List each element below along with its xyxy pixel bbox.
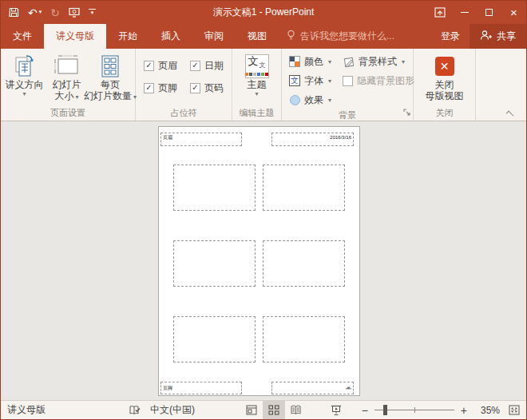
tab-review[interactable]: 审阅 (192, 24, 236, 49)
effects-button[interactable]: 效果 ▾ (288, 93, 339, 107)
effects-label: 效果 (304, 93, 323, 107)
slides-per-page-button[interactable]: 每页 幻灯片数量▾ (87, 49, 133, 106)
minimize-button[interactable] (452, 1, 477, 24)
background-styles-button[interactable]: 背景样式 ▾ (343, 55, 414, 69)
footer-checkbox-icon: ✓ (144, 83, 154, 93)
lightbulb-icon (287, 30, 295, 43)
start-slideshow-icon[interactable] (69, 7, 80, 18)
slide-image-placeholder-3[interactable] (173, 240, 256, 287)
hide-background-graphics-checkbox[interactable]: 隐藏背景图形 (343, 74, 414, 88)
footer-placeholder[interactable]: 页脚 (160, 382, 242, 394)
slide-sorter-view-button[interactable] (263, 401, 285, 419)
checkbox-date-label: 日期 (204, 59, 224, 73)
background-styles-label: 背景样式 (359, 55, 397, 69)
slide-image-placeholder-4[interactable] (263, 240, 345, 287)
tell-me-box[interactable]: 告诉我您想要做什么... (279, 24, 402, 49)
themes-button[interactable]: 文 文 主题 ▾ (235, 49, 279, 106)
window-title: 演示文稿1 - PowerPoint (213, 6, 315, 19)
maximize-icon (485, 9, 493, 16)
maximize-button[interactable] (477, 1, 501, 24)
slide-image-placeholder-5[interactable] (173, 316, 256, 363)
zoom-level[interactable]: 35% (477, 405, 504, 416)
tabrow-spacer (402, 24, 431, 49)
handout-orientation-caret-icon: ▾ (22, 90, 26, 97)
redo-icon: ↻ (50, 7, 60, 18)
ribbon-tab-row: 文件 讲义母版 开始 插入 审阅 视图 告诉我您想要做什么... 登录 共享 (1, 24, 526, 49)
collapse-ribbon-icon[interactable] (506, 111, 514, 119)
date-placeholder-text: 2016/3/16 (330, 135, 351, 140)
handout-orientation-button[interactable]: 讲义方向 ▾ (2, 49, 46, 106)
close-icon: × (510, 6, 517, 18)
page-number-placeholder[interactable]: ‹#› (271, 382, 354, 394)
undo-button[interactable]: ↶ ▾ (28, 7, 42, 18)
undo-caret-icon[interactable]: ▾ (39, 10, 42, 15)
undo-icon: ↶ (28, 7, 38, 18)
close-button[interactable]: × (501, 1, 526, 24)
close-master-view-label-2: 母版视图 (426, 90, 464, 101)
tab-view[interactable]: 视图 (236, 24, 279, 49)
spell-check-icon[interactable] (129, 405, 141, 416)
window-controls: × (427, 1, 526, 24)
hide-background-graphics-label: 隐藏背景图形 (357, 74, 414, 88)
zoom-slider-center-tick (414, 407, 415, 413)
zoom-slider[interactable] (374, 410, 454, 410)
checkbox-footer[interactable]: ✓ 页脚 (144, 81, 190, 95)
group-background: 颜色 ▾ 背景样式 ▾ 文 字体 ▾ (282, 49, 414, 121)
checkbox-date[interactable]: ✓ 日期 (190, 59, 236, 73)
zoom-out-button[interactable]: − (362, 404, 368, 417)
reading-view-button[interactable] (285, 401, 307, 419)
slides-per-page-label-2: 幻灯片数量▾ (84, 90, 137, 103)
save-icon[interactable] (9, 7, 19, 18)
colors-icon (288, 55, 301, 68)
date-placeholder[interactable]: 2016/3/16 (271, 133, 354, 146)
reading-view-icon (290, 405, 302, 415)
background-dialog-launcher-icon[interactable] (403, 108, 411, 119)
statusbar-view-name: 讲义母版 (7, 403, 46, 417)
minimize-icon (461, 12, 469, 13)
slides-per-page-icon (100, 53, 121, 79)
header-checkbox-icon: ✓ (144, 61, 154, 71)
checkbox-page-number[interactable]: ✓ 页码 (190, 81, 236, 95)
slide-size-button[interactable]: 幻灯片 大小▾ (46, 49, 87, 106)
themes-caret-icon: ▾ (255, 90, 258, 97)
checkbox-header[interactable]: ✓ 页眉 (144, 59, 190, 73)
zoom-slider-handle[interactable] (383, 405, 387, 415)
fonts-button[interactable]: 文 字体 ▾ (288, 74, 339, 88)
slide-image-placeholder-6[interactable] (263, 316, 345, 363)
sign-in-button[interactable]: 登录 (431, 24, 470, 49)
fonts-icon: 文 (288, 74, 301, 87)
tab-home[interactable]: 开始 (106, 24, 149, 49)
share-label: 共享 (497, 30, 516, 43)
slide-size-label-2: 大小▾ (54, 90, 78, 103)
hide-background-graphics-box-icon (343, 76, 353, 86)
zoom-in-button[interactable]: + (461, 404, 467, 417)
share-button[interactable]: 共享 (470, 24, 526, 49)
slide-image-placeholder-2[interactable] (263, 164, 345, 211)
close-master-view-button[interactable]: ✕ 关闭 母版视图 (417, 49, 473, 106)
colors-button[interactable]: 颜色 ▾ (288, 55, 339, 69)
group-placeholders: ✓ 页眉 ✓ 日期 ✓ 页脚 ✓ 页码 (136, 49, 232, 121)
tell-me-label: 告诉我您想要做什么... (300, 30, 394, 43)
handout-master-page[interactable]: 页眉 2016/3/16 页脚 ‹#› (158, 126, 360, 396)
colors-caret-icon: ▾ (328, 58, 331, 65)
slide-image-placeholder-1[interactable] (173, 164, 256, 211)
page-number-placeholder-text: ‹#› (346, 386, 351, 390)
checkbox-header-label: 页眉 (158, 59, 177, 73)
ribbon: 讲义方向 ▾ 幻灯片 大小▾ 每页 幻灯片数量▾ (1, 49, 526, 121)
slides-per-page-label-1: 每页 (101, 79, 120, 90)
statusbar-language[interactable]: 中文(中国) (150, 403, 195, 417)
fit-to-window-icon (509, 405, 520, 415)
colors-label: 颜色 (304, 55, 323, 69)
tab-file[interactable]: 文件 (1, 24, 44, 49)
tab-insert[interactable]: 插入 (149, 24, 192, 49)
fit-to-window-button[interactable] (509, 405, 520, 415)
header-placeholder[interactable]: 页眉 (160, 133, 242, 146)
slide-size-label-1: 幻灯片 (52, 79, 81, 90)
tab-handout-master[interactable]: 讲义母版 (44, 24, 106, 49)
normal-view-button[interactable] (240, 401, 263, 419)
share-person-icon (480, 30, 492, 43)
slideshow-view-button[interactable] (325, 401, 347, 419)
ribbon-display-options-icon[interactable] (427, 1, 452, 24)
customize-qat-icon[interactable]: ▾ (89, 9, 96, 16)
close-master-view-icon: ✕ (435, 53, 454, 79)
